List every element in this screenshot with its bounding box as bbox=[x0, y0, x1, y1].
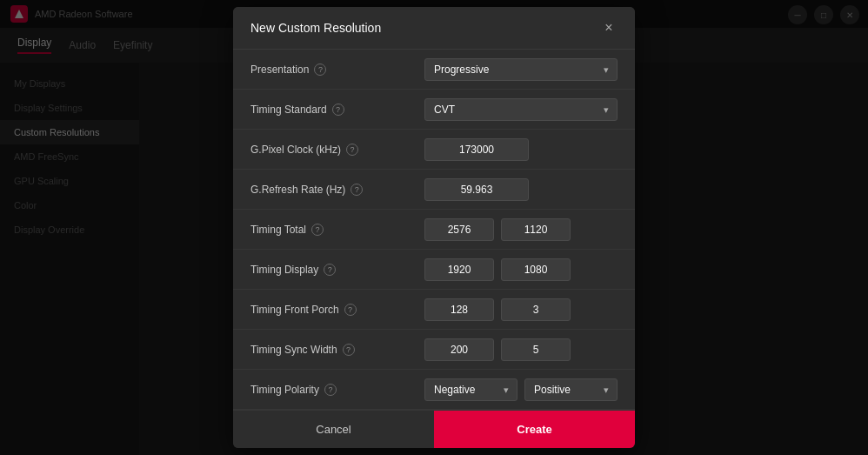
dialog-body: Presentation ? Progressive Interlaced Ti… bbox=[233, 50, 635, 410]
refresh-rate-label: G.Refresh Rate (Hz) ? bbox=[250, 184, 424, 196]
pixel-clock-help-icon[interactable]: ? bbox=[346, 144, 358, 156]
timing-total-label: Timing Total ? bbox=[250, 224, 424, 236]
timing-total-controls: 2576 1120 bbox=[424, 218, 618, 241]
timing-polarity-label: Timing Polarity ? bbox=[250, 384, 424, 396]
dialog-footer: Cancel Create bbox=[233, 410, 635, 448]
timing-total-help-icon[interactable]: ? bbox=[311, 224, 324, 236]
timing-polarity-help-icon[interactable]: ? bbox=[324, 384, 337, 396]
timing-display-h-input[interactable]: 1920 bbox=[424, 258, 494, 281]
timing-sync-width-controls: 200 5 bbox=[424, 338, 618, 361]
presentation-select-wrapper: Progressive Interlaced bbox=[424, 58, 618, 81]
timing-display-v-input[interactable]: 1080 bbox=[501, 258, 571, 281]
timing-total-row: Timing Total ? 2576 1120 bbox=[233, 210, 635, 250]
timing-front-porch-help-icon[interactable]: ? bbox=[344, 304, 357, 316]
presentation-help-icon[interactable]: ? bbox=[314, 64, 326, 76]
timing-standard-help-icon[interactable]: ? bbox=[332, 104, 344, 116]
timing-standard-label: Timing Standard ? bbox=[250, 104, 424, 116]
timing-polarity-v-select[interactable]: Positive Negative bbox=[524, 378, 618, 401]
presentation-controls: Progressive Interlaced bbox=[424, 58, 618, 81]
cancel-button[interactable]: Cancel bbox=[233, 411, 434, 448]
timing-sync-width-label: Timing Sync Width ? bbox=[250, 344, 424, 356]
refresh-rate-input[interactable]: 59.963 bbox=[424, 178, 529, 201]
timing-front-porch-controls: 128 3 bbox=[424, 298, 618, 321]
pixel-clock-controls: 173000 bbox=[424, 138, 618, 161]
timing-front-porch-v-input[interactable]: 3 bbox=[501, 298, 571, 321]
refresh-rate-help-icon[interactable]: ? bbox=[351, 184, 363, 196]
timing-front-porch-h-input[interactable]: 128 bbox=[424, 298, 494, 321]
timing-polarity-controls: Negative Positive Positive Negative bbox=[424, 378, 618, 401]
timing-display-label: Timing Display ? bbox=[250, 264, 424, 276]
pixel-clock-label: G.Pixel Clock (kHz) ? bbox=[250, 144, 424, 156]
timing-polarity-row: Timing Polarity ? Negative Positive Posi… bbox=[233, 370, 635, 410]
timing-standard-controls: CVT GTF Manual bbox=[424, 98, 618, 121]
pixel-clock-input[interactable]: 173000 bbox=[424, 138, 529, 161]
timing-total-v-input[interactable]: 1120 bbox=[501, 218, 571, 241]
new-custom-resolution-dialog: New Custom Resolution × Presentation ? P… bbox=[233, 7, 635, 448]
timing-display-controls: 1920 1080 bbox=[424, 258, 618, 281]
timing-front-porch-label: Timing Front Porch ? bbox=[250, 304, 424, 316]
timing-sync-width-h-input[interactable]: 200 bbox=[424, 338, 494, 361]
timing-display-row: Timing Display ? 1920 1080 bbox=[233, 250, 635, 290]
presentation-select[interactable]: Progressive Interlaced bbox=[424, 58, 618, 81]
timing-sync-width-row: Timing Sync Width ? 200 5 bbox=[233, 330, 635, 370]
timing-polarity-h-select-wrapper: Negative Positive bbox=[424, 378, 517, 401]
timing-polarity-h-select[interactable]: Negative Positive bbox=[424, 378, 517, 401]
timing-sync-width-help-icon[interactable]: ? bbox=[343, 344, 355, 356]
timing-total-h-input[interactable]: 2576 bbox=[424, 218, 494, 241]
timing-standard-select-wrapper: CVT GTF Manual bbox=[424, 98, 618, 121]
timing-front-porch-row: Timing Front Porch ? 128 3 bbox=[233, 290, 635, 330]
timing-standard-row: Timing Standard ? CVT GTF Manual bbox=[233, 90, 635, 130]
dialog-close-button[interactable]: × bbox=[600, 19, 618, 37]
dialog-header: New Custom Resolution × bbox=[233, 7, 635, 50]
presentation-label: Presentation ? bbox=[250, 64, 424, 76]
create-button[interactable]: Create bbox=[434, 411, 635, 448]
presentation-row: Presentation ? Progressive Interlaced bbox=[233, 50, 635, 90]
pixel-clock-row: G.Pixel Clock (kHz) ? 173000 bbox=[233, 130, 635, 170]
timing-sync-width-v-input[interactable]: 5 bbox=[501, 338, 571, 361]
dialog-overlay: New Custom Resolution × Presentation ? P… bbox=[0, 0, 868, 455]
timing-standard-select[interactable]: CVT GTF Manual bbox=[424, 98, 618, 121]
refresh-rate-row: G.Refresh Rate (Hz) ? 59.963 bbox=[233, 170, 635, 210]
timing-display-help-icon[interactable]: ? bbox=[324, 264, 336, 276]
dialog-title: New Custom Resolution bbox=[250, 21, 381, 35]
timing-polarity-v-select-wrapper: Positive Negative bbox=[524, 378, 618, 401]
refresh-rate-controls: 59.963 bbox=[424, 178, 618, 201]
